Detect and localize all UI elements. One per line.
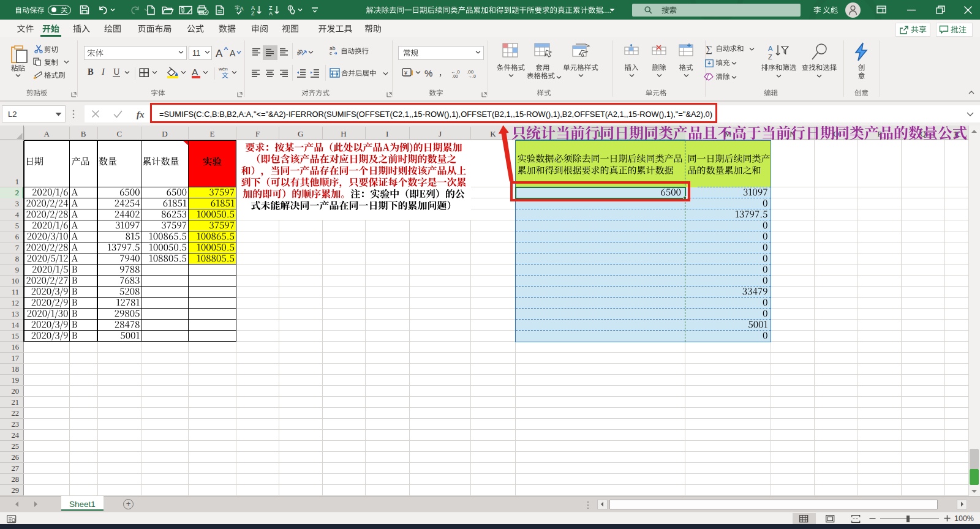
svg-text:ab: ab [297, 47, 304, 57]
svg-text:¥: ¥ [404, 70, 408, 76]
svg-text:→.0: →.0 [468, 74, 476, 78]
svg-text:Z: Z [251, 10, 255, 15]
svg-text:A: A [269, 10, 273, 15]
svg-text:.00: .00 [452, 74, 458, 78]
svg-text:A: A [240, 6, 244, 12]
svg-text:A: A [768, 45, 773, 52]
svg-text:Z: Z [768, 53, 772, 61]
